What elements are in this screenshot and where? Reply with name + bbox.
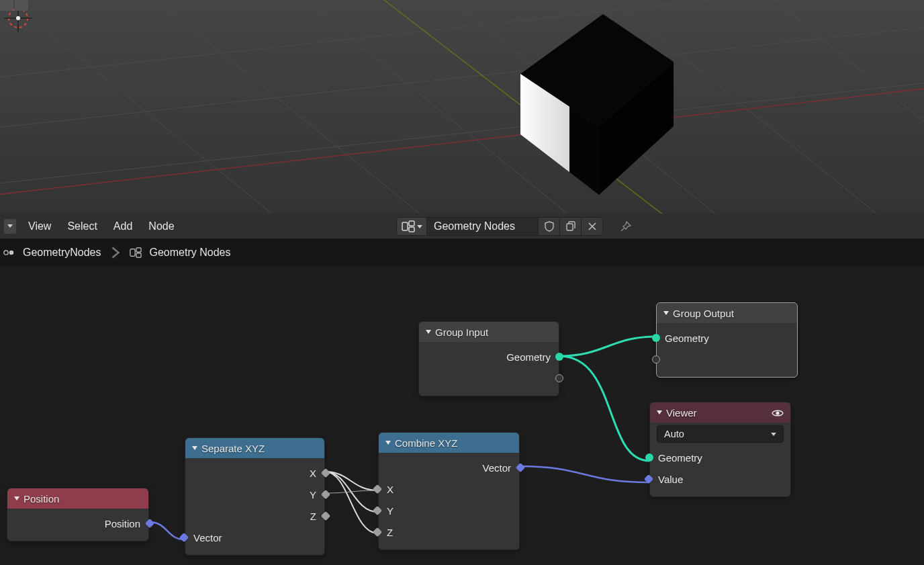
socket-in-value[interactable]	[644, 474, 653, 484]
menu-node[interactable]: Node	[148, 220, 174, 232]
socket-label: Vector	[482, 462, 511, 474]
socket-in-vector[interactable]	[179, 533, 189, 542]
socket-out-position[interactable]	[145, 519, 154, 528]
viewport-tool-settings	[0, 0, 28, 12]
node-group-output[interactable]: Group Output Geometry	[656, 302, 798, 378]
socket-label: Z	[387, 527, 393, 538]
socket-label: Value	[658, 474, 683, 485]
viewer-domain-dropdown[interactable]: Auto	[657, 425, 784, 443]
duplicate-nodetree-button[interactable]	[560, 217, 582, 236]
tool-icon[interactable]	[15, 0, 28, 11]
svg-point-28	[776, 411, 779, 415]
pin-button[interactable]	[616, 217, 635, 236]
socket-label: X	[387, 484, 394, 495]
socket-in-z[interactable]	[373, 527, 382, 537]
viewport-grid	[0, 0, 924, 214]
socket-label: Y	[387, 505, 394, 517]
socket-out-vector[interactable]	[516, 463, 525, 472]
socket-label: Y	[310, 489, 316, 501]
nodetree-icon	[130, 247, 142, 259]
node-separate-xyz[interactable]: Separate XYZ X Y Z Vector	[185, 437, 325, 556]
node-position[interactable]: Position Position	[7, 488, 149, 541]
svg-rect-20	[409, 221, 414, 226]
copy-icon	[565, 221, 576, 232]
socket-out-x[interactable]	[321, 468, 330, 478]
svg-rect-25	[130, 249, 134, 257]
socket-in-virtual[interactable]	[652, 355, 660, 363]
editor-type-dropdown[interactable]	[4, 219, 16, 234]
socket-in-y[interactable]	[373, 506, 382, 515]
eye-icon[interactable]	[772, 407, 784, 419]
socket-out-virtual[interactable]	[555, 374, 563, 382]
socket-label: Position	[105, 518, 140, 529]
breadcrumb: GeometryNodes Geometry Nodes	[0, 239, 924, 266]
viewport-3d[interactable]	[0, 0, 924, 214]
unlink-nodetree-button[interactable]	[582, 217, 603, 236]
svg-rect-22	[567, 224, 573, 230]
socket-out-z[interactable]	[321, 511, 330, 521]
socket-label: Geometry	[665, 333, 709, 344]
modifier-icon	[3, 247, 15, 259]
shield-icon	[544, 221, 555, 232]
node-combine-xyz[interactable]: Combine XYZ Vector X Y Z	[378, 432, 520, 550]
svg-rect-21	[409, 227, 414, 232]
socket-in-x[interactable]	[373, 484, 382, 494]
node-title: Group Input	[435, 327, 488, 338]
socket-label: Z	[310, 511, 316, 522]
nodetree-name-field[interactable]: Geometry Nodes	[427, 217, 539, 236]
svg-rect-26	[136, 248, 140, 252]
menu-select[interactable]: Select	[67, 220, 97, 232]
pin-icon	[620, 220, 632, 232]
node-title: Group Output	[673, 308, 734, 319]
node-title: Position	[24, 493, 59, 505]
socket-out-geometry[interactable]	[555, 353, 563, 361]
node-viewer[interactable]: Viewer Auto Geometry Value	[649, 402, 791, 497]
dropdown-value: Auto	[664, 429, 684, 439]
svg-point-18	[16, 16, 20, 20]
node-editor-header: View Select Add Node Geometry Nodes	[0, 214, 924, 239]
node-title: Combine XYZ	[395, 437, 457, 449]
socket-label: X	[310, 468, 316, 479]
node-editor-canvas[interactable]: Position Position Separate XYZ X Y Z Vec…	[0, 266, 924, 565]
socket-label: Vector	[193, 532, 222, 544]
browse-nodetree-button[interactable]	[396, 217, 427, 236]
close-icon	[588, 222, 597, 231]
svg-rect-0	[0, 0, 924, 214]
chevron-right-icon	[109, 247, 122, 259]
menu-add[interactable]: Add	[113, 220, 132, 232]
socket-in-geometry[interactable]	[645, 453, 653, 462]
tool-icon[interactable]	[0, 0, 13, 11]
socket-label: Geometry	[506, 351, 551, 363]
crumb-modifier[interactable]: GeometryNodes	[23, 247, 101, 259]
svg-point-23	[4, 251, 8, 255]
socket-out-y[interactable]	[321, 490, 330, 499]
socket-label: Geometry	[658, 452, 702, 464]
svg-point-24	[9, 251, 13, 255]
node-title: Separate XYZ	[201, 443, 265, 454]
nodetree-icon	[402, 220, 415, 232]
fake-user-button[interactable]	[539, 217, 560, 236]
socket-in-geometry[interactable]	[652, 334, 660, 342]
node-title: Viewer	[666, 407, 697, 419]
svg-rect-19	[402, 222, 408, 230]
menu-view[interactable]: View	[28, 220, 51, 232]
crumb-nodetree[interactable]: Geometry Nodes	[150, 247, 231, 259]
node-group-input[interactable]: Group Input Geometry	[418, 321, 559, 396]
svg-rect-27	[136, 253, 140, 257]
